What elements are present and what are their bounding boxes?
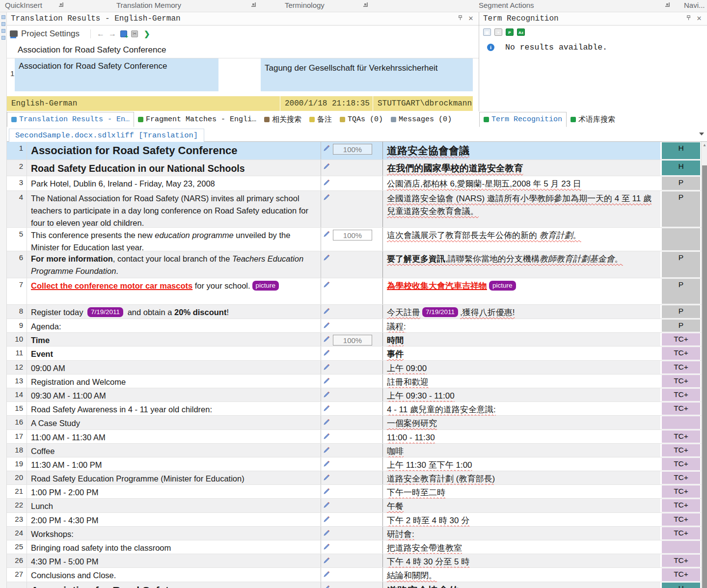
target-cell[interactable]: 這次會議展示了教育部長去年公佈的新的 教育計劃。 — [383, 228, 660, 251]
source-cell[interactable]: Time — [27, 333, 321, 346]
target-cell[interactable]: 一個案例研究 — [383, 416, 660, 429]
source-cell[interactable]: Registration and Welcome — [27, 374, 321, 388]
source-cell[interactable]: Collect the conference motor car mascots… — [27, 278, 321, 304]
source-cell[interactable]: Road Safety Awareness in 4 - 11 year old… — [27, 402, 321, 415]
more-actions-chevron-icon[interactable]: ❯ — [144, 29, 150, 38]
target-cell[interactable]: 道路安全教育計劃 (教育部長) — [383, 471, 660, 484]
target-cell[interactable]: 在我們的國家學校的道路安全教育 — [383, 160, 660, 176]
pin-icon[interactable] — [684, 15, 692, 23]
source-cell[interactable]: A Case Study — [27, 416, 321, 429]
source-cell[interactable]: Association for Road Safety — [27, 582, 321, 588]
tab-termbase-search[interactable]: 术语库搜索 — [567, 112, 619, 127]
next-result-icon[interactable]: → — [109, 29, 116, 38]
docked-tab-icon[interactable] — [1, 15, 5, 19]
project-settings-button[interactable]: Project Settings — [21, 29, 80, 39]
docked-tab-icon[interactable] — [1, 36, 5, 40]
target-cell[interactable]: 時間 — [383, 333, 660, 346]
source-cell[interactable]: For more information, contact your local… — [27, 251, 321, 278]
pin-icon[interactable] — [456, 15, 464, 23]
tm-result-row[interactable]: 1 Association for Road Safety Conference… — [7, 58, 479, 91]
target-cell[interactable]: 要了解更多資訊,請聯繫你當地的分支機構教師教育計劃基金會。 — [383, 251, 660, 278]
apply-translation-icon[interactable]: + — [120, 30, 127, 37]
add-term-icon[interactable]: + — [494, 28, 502, 36]
target-cell[interactable]: 咖啡 — [383, 444, 660, 457]
source-cell[interactable]: Bringing road safety into the classroom — [27, 540, 321, 554]
source-cell[interactable]: 11:00 AM - 11:30 AM — [27, 430, 321, 443]
segment-row: 16A Case Study一個案例研究 — [7, 416, 701, 429]
source-cell[interactable]: 09:30 AM - 11:00 AM — [27, 388, 321, 401]
tab-messages[interactable]: Messages (0) — [387, 112, 456, 127]
target-cell[interactable]: 事件 — [383, 347, 660, 360]
target-cell[interactable]: 午餐 — [383, 499, 660, 512]
edit-translation-icon[interactable]: ✂ — [131, 30, 138, 37]
dialog-launcher-icon[interactable] — [251, 2, 256, 7]
source-cell[interactable]: Agenda: — [27, 319, 321, 332]
target-cell[interactable]: 下午 4 時 30 分至 5 時 — [383, 554, 660, 567]
dialog-launcher-icon[interactable] — [59, 2, 63, 7]
source-cell[interactable]: Workshops: — [27, 527, 321, 540]
document-tab[interactable]: SecondSample.docx.sdlxliff [Translation] — [9, 129, 204, 142]
target-cell[interactable]: 全國道路安全協會 (NARS) 邀請所有小學教師參加為期一天的 4 至 11 歲… — [383, 191, 660, 227]
target-cell[interactable]: 公園酒店,都柏林 6,愛爾蘭-星期五,2008 年 5 月 23 日 — [383, 176, 660, 190]
tab-translation-results[interactable]: Translation Results - En… — [7, 112, 134, 127]
target-cell[interactable]: 道路安全協會會議 — [383, 142, 660, 160]
structure-badge: TC+ — [662, 555, 700, 567]
target-cell[interactable]: 4 - 11 歲兒童的道路安全意識: — [383, 402, 660, 415]
target-cell[interactable]: 道路安全協會的 — [383, 582, 660, 588]
source-cell[interactable]: 1:00 PM - 2:00 PM — [27, 485, 321, 498]
tab-label: Fragment Matches - Engli… — [146, 115, 256, 124]
target-cell[interactable]: 為學校收集大會汽車吉祥物picture — [383, 278, 660, 304]
translation-results-title: Translation Results - English-German — [11, 14, 181, 23]
target-cell[interactable]: 研討會: — [383, 527, 660, 540]
tab-concordance-search[interactable]: 相关搜索 — [260, 112, 305, 127]
scroll-up-icon[interactable]: ▲ — [702, 143, 707, 147]
source-cell[interactable]: Event — [27, 347, 321, 360]
tab-term-recognition[interactable]: Term Recognition — [479, 112, 567, 127]
source-cell[interactable]: Coffee — [27, 444, 321, 457]
source-cell[interactable]: Park Hotel, Dublin 6, Ireland - Friday, … — [27, 176, 321, 190]
document-list-dropdown-icon[interactable] — [699, 133, 704, 135]
sort-icon[interactable]: Az — [517, 28, 525, 36]
close-icon[interactable]: ✕ — [467, 15, 475, 23]
target-cell[interactable]: 今天註冊7/19/2011,獲得八折優惠! — [383, 305, 660, 319]
hitlist-settings-icon[interactable]: P — [506, 28, 514, 36]
segment-row: 1711:00 AM - 11:30 AM11:00 - 11:30TC+ — [7, 430, 701, 444]
source-cell[interactable]: This conference presents the new educati… — [27, 228, 321, 251]
source-cell[interactable]: 4:30 PM - 5:00 PM — [27, 554, 321, 567]
source-cell[interactable]: Association for Road Safety Conference — [27, 142, 321, 160]
grid-scrollbar[interactable]: ▲ — [701, 142, 707, 588]
tab-comments[interactable]: 备注 — [305, 112, 336, 127]
dialog-launcher-icon[interactable] — [363, 2, 368, 7]
source-cell[interactable]: 11:30 AM - 1:00 PM — [27, 457, 321, 471]
scrollbar-thumb[interactable] — [702, 165, 707, 588]
source-cell[interactable]: 2:00 PM - 4:30 PM — [27, 513, 321, 526]
target-cell[interactable]: 下午一時至二時 — [383, 485, 660, 498]
tab-fragment-matches[interactable]: Fragment Matches - Engli… — [134, 112, 260, 127]
target-cell[interactable]: 上午 09:30 - 11:00 — [383, 388, 660, 401]
source-cell[interactable]: 09:00 AM — [27, 361, 321, 374]
dialog-launcher-icon[interactable] — [665, 2, 670, 7]
previous-result-icon[interactable]: ← — [97, 29, 105, 38]
source-cell[interactable]: Register today 7/19/2011 and obtain a 20… — [27, 305, 321, 319]
source-cell[interactable]: Road Safety Education in our National Sc… — [27, 160, 321, 176]
target-cell[interactable]: 上午 09:00 — [383, 361, 660, 374]
source-cell[interactable]: Conclusions and Close. — [27, 568, 321, 581]
target-cell[interactable]: 把道路安全帶進教室 — [383, 540, 660, 554]
target-cell[interactable]: 註冊和歡迎 — [383, 374, 660, 388]
close-icon[interactable]: ✕ — [695, 15, 703, 23]
target-cell[interactable]: 下午 2 時至 4 時 30 分 — [383, 513, 660, 526]
target-cell[interactable]: 結論和關閉。 — [383, 568, 660, 581]
source-cell[interactable]: Lunch — [27, 499, 321, 512]
source-cell[interactable]: The National Association for Road Safety… — [27, 191, 321, 227]
source-cell[interactable]: Road Safety Education Programme (Ministe… — [27, 471, 321, 484]
document-structure-cell: TC+ — [660, 361, 701, 374]
docked-tab-icon[interactable] — [1, 22, 5, 26]
target-cell[interactable]: 11:00 - 11:30 — [383, 430, 660, 443]
docked-panels-strip[interactable] — [0, 12, 7, 588]
target-cell[interactable]: 上午 11:30 至下午 1:00 — [383, 457, 660, 471]
tab-tqa[interactable]: TQAs (0) — [336, 112, 387, 127]
document-structure-cell: H — [660, 582, 701, 588]
termbase-viewer-icon[interactable]: ▤ — [483, 28, 491, 36]
docked-tab-icon[interactable] — [1, 29, 5, 33]
target-cell[interactable]: 議程: — [383, 319, 660, 332]
